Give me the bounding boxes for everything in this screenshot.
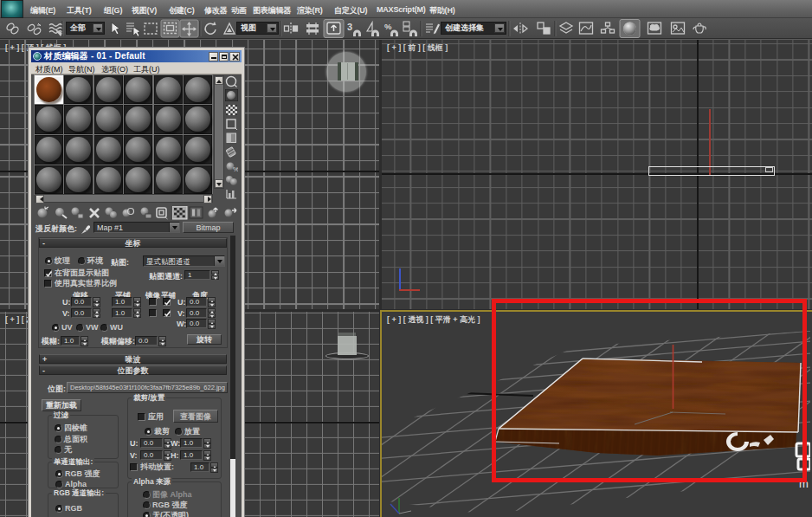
svg-text:3: 3 [347, 22, 352, 32]
svg-text:%: % [384, 22, 392, 31]
svg-text:%: % [233, 165, 238, 172]
